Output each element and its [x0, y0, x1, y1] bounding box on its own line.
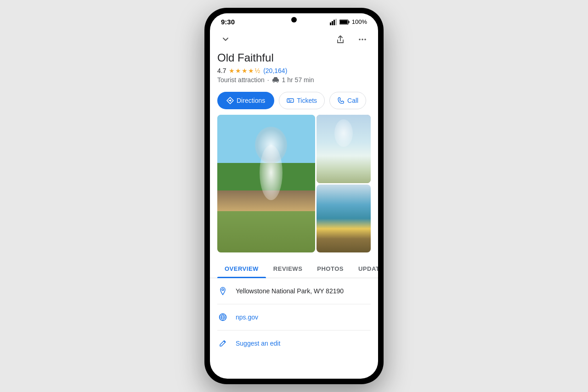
edit-icon [217, 338, 228, 349]
tabs: OVERVIEW REVIEWS PHOTOS UPDATES [210, 260, 378, 278]
website-row[interactable]: nps.gov [217, 304, 371, 330]
battery-icon [339, 19, 350, 25]
address-row[interactable]: Yellowstone National Park, WY 82190 [217, 278, 371, 304]
svg-point-7 [359, 39, 361, 40]
chevron-down-icon [221, 35, 230, 44]
more-icon [357, 34, 368, 45]
svg-point-11 [273, 81, 274, 83]
call-icon [337, 97, 345, 104]
svg-rect-1 [332, 21, 333, 25]
suggest-edit-text: Suggest an edit [236, 340, 280, 347]
share-icon [335, 34, 345, 45]
website-text: nps.gov [236, 314, 258, 321]
tickets-icon [287, 97, 294, 104]
phone-frame: 9:30 100% [204, 8, 384, 384]
place-meta: Tourist attraction · 1 hr 57 min [217, 76, 371, 84]
svg-rect-5 [348, 21, 349, 23]
main-content: Old Faithful 4.7 ★★★★½ (20,164) Tourist … [210, 28, 378, 379]
signal-icon [330, 19, 337, 25]
tickets-label: Tickets [297, 97, 317, 104]
rating-row: 4.7 ★★★★½ (20,164) [217, 67, 371, 74]
place-name: Old Faithful [217, 51, 371, 64]
top-actions [332, 31, 371, 48]
main-photo[interactable] [217, 115, 315, 252]
drive-time: 1 hr 57 min [282, 76, 314, 84]
side-photos [317, 115, 371, 252]
info-section: Yellowstone National Park, WY 82190 nps.… [210, 278, 378, 356]
svg-rect-3 [335, 19, 337, 25]
sky-scene [317, 115, 371, 183]
globe-icon [217, 312, 228, 323]
status-time: 9:30 [221, 18, 235, 26]
tab-photos[interactable]: PHOTOS [310, 260, 351, 278]
status-icons: 100% [330, 18, 367, 25]
photo-grid[interactable] [210, 115, 378, 252]
location-icon [217, 286, 228, 297]
svg-point-12 [277, 81, 278, 83]
rating-stars: ★★★★½ [229, 67, 260, 74]
svg-point-14 [288, 99, 289, 100]
svg-rect-2 [334, 20, 335, 25]
camera-dot [291, 17, 297, 22]
call-label: Call [347, 97, 358, 104]
car-icon [272, 77, 279, 83]
rating-number: 4.7 [217, 67, 226, 74]
steam-top [334, 119, 353, 147]
review-count[interactable]: (20,164) [263, 67, 287, 74]
suggest-edit-row[interactable]: Suggest an edit [217, 330, 371, 356]
svg-point-9 [364, 39, 366, 40]
more-button[interactable] [354, 31, 371, 48]
tickets-button[interactable]: Tickets [279, 92, 325, 109]
battery-percent: 100% [352, 18, 367, 25]
svg-point-8 [362, 39, 363, 40]
hotspring-scene [317, 185, 371, 253]
side-photo-bottom[interactable] [317, 185, 371, 253]
tab-reviews[interactable]: REVIEWS [266, 260, 310, 278]
phone-screen: 9:30 100% [210, 13, 378, 379]
geyser-steam [260, 145, 283, 200]
svg-point-15 [222, 289, 224, 291]
svg-rect-6 [340, 20, 348, 24]
top-bar [210, 28, 378, 50]
directions-label: Directions [237, 97, 265, 104]
directions-button[interactable]: Directions [217, 92, 274, 109]
address-text: Yellowstone National Park, WY 82190 [236, 287, 344, 295]
geyser-scene [217, 115, 315, 252]
place-info: Old Faithful 4.7 ★★★★½ (20,164) Tourist … [210, 50, 378, 87]
call-button[interactable]: Call [329, 92, 366, 109]
category-label: Tourist attraction [217, 76, 265, 84]
tab-overview[interactable]: OVERVIEW [217, 260, 266, 278]
share-button[interactable] [332, 31, 349, 48]
action-buttons: Directions Tickets Call [210, 87, 378, 115]
collapse-button[interactable] [217, 31, 234, 48]
svg-rect-0 [330, 22, 331, 25]
directions-icon [226, 97, 234, 104]
side-photo-top[interactable] [317, 115, 371, 183]
tab-updates[interactable]: UPDATES [351, 260, 378, 278]
